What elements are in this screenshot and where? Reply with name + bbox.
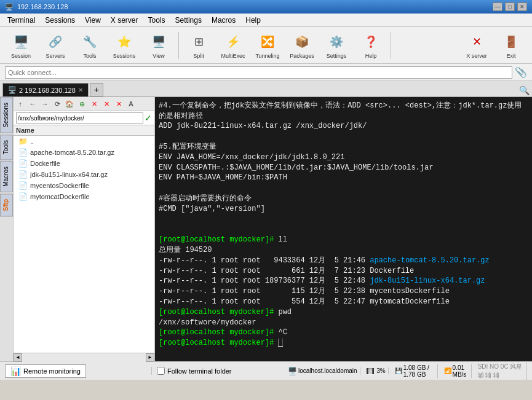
toolbar-help[interactable]: ❓ Help [355,29,387,61]
status-bar: 📊 Remote monitoring Follow terminal fold… [0,361,532,380]
sidebar-tab-macros[interactable]: Macros [0,161,13,192]
follow-folder-checkbox[interactable] [157,367,165,375]
sidebar-tab-sftp[interactable]: Sftp [0,194,13,216]
split-icon: ⊞ [189,32,208,52]
hscroll-track[interactable] [22,353,146,362]
hscroll-right[interactable]: ► [146,353,154,362]
view-icon: 🖥️ [149,32,169,52]
menu-settings[interactable]: Settings [170,15,207,26]
toolbar-sessions[interactable]: ⭐ Sessions [108,29,140,61]
fp-x2-btn[interactable]: ✕ [101,98,112,109]
path-bar: ✓ [14,111,154,125]
network-value: 0.01 MB/s [453,364,469,378]
status-left: 📊 Remote monitoring [5,364,146,378]
fp-back-btn[interactable]: ← [27,98,38,109]
toolbar-view[interactable]: 🖥️ View [143,29,175,61]
file-icon: 📄 [18,181,28,190]
menu-bar: Terminal Sessions View X server Tools Se… [0,14,532,27]
extra-label: SDI NO 0C 风星 辅 辅 辅 [478,363,524,380]
exit-icon: 🚪 [501,32,521,52]
host-label: localhost.localdomain [298,367,357,374]
cpu-bar: ▓ [367,368,375,374]
file-panel: ↑ ← → ⟳ 🏠 ⊕ ✕ ✕ ✕ A ✓ Name 📁 .. 📄 [14,97,155,361]
toolbar-tunneling[interactable]: 🔀 Tunneling [252,29,284,61]
remote-monitoring-button[interactable]: 📊 Remote monitoring [5,364,86,378]
tab-bar: 🖥️ 2 192.168.230.128 ✕ + 🔍 [0,81,532,97]
path-input[interactable] [16,112,143,124]
toolbar-settings[interactable]: ⚙️ Settings [320,29,352,61]
memory-value: 1.08 GB / 1.78 GB [403,364,435,378]
multiexec-icon: ⚡ [223,32,243,52]
toolbar-packages[interactable]: 📦 Packages [286,29,318,61]
col-name: Name [16,127,34,134]
fp-add-btn[interactable]: ⊕ [76,98,87,109]
toolbar-split[interactable]: ⊞ Split [183,29,215,61]
menu-terminal[interactable]: Terminal [2,15,40,26]
tab-close-button[interactable]: ✕ [78,87,83,93]
menu-sessions[interactable]: Sessions [40,15,80,26]
menu-view[interactable]: View [80,15,106,26]
memory-icon: 💾 [395,367,402,374]
menu-help[interactable]: Help [240,15,266,26]
xserver-icon: ✕ [467,32,486,52]
toolbar-tools[interactable]: 🔧 Tools [74,29,106,61]
title-bar-icon: 🖥️ [5,3,14,11]
file-icon: 📄 [18,192,28,201]
fp-up-btn[interactable]: ↑ [15,98,26,109]
fp-info-btn[interactable]: A [125,98,137,109]
follow-folder-label[interactable]: Follow terminal folder [167,367,232,375]
tab-session-1[interactable]: 🖥️ 2 192.168.230.128 ✕ [2,83,89,96]
attachment-icon[interactable]: 📎 [515,66,527,78]
sessions-icon: ⭐ [114,32,134,52]
list-item[interactable]: 📄 mycentosDockerfile [14,180,154,191]
title-bar-title: 192.168.230.128 [17,3,68,10]
close-button[interactable]: ✕ [517,2,527,11]
quick-connect-bar: 📎 [0,64,532,81]
file-panel-toolbar: ↑ ← → ⟳ 🏠 ⊕ ✕ ✕ ✕ A [14,97,154,111]
fp-refresh-btn[interactable]: ⟳ [52,98,63,109]
fp-del-btn[interactable]: ✕ [89,98,100,109]
toolbar-sep1 [178,32,179,59]
toolbar-servers[interactable]: 🔗 Servers [39,29,71,61]
monitor-label: Remote monitoring [23,367,81,375]
tab-label: 2 192.168.230.128 [19,87,76,94]
settings-icon: ⚙️ [327,32,346,52]
help-icon: ❓ [361,32,381,52]
tab-search-icon[interactable]: 🔍 [519,85,530,95]
maximize-button[interactable]: □ [505,2,515,11]
toolbar-sep2 [391,32,391,59]
toolbar-multiexec[interactable]: ⚡ MultiExec [217,29,249,61]
toolbar-exit[interactable]: 🚪 Exit [495,29,527,61]
sidebar-tab-tools[interactable]: Tools [0,135,13,160]
folder-icon: 📁 [18,137,28,146]
fp-home-btn[interactable]: 🏠 [64,98,75,109]
list-item[interactable]: 📄 mytomcatDockerfile [14,191,154,202]
menu-xserver[interactable]: X server [106,15,143,26]
fp-forward-btn[interactable]: → [39,98,50,109]
quick-connect-input[interactable] [5,66,512,79]
file-panel-hscroll: ◄ ► [14,353,154,361]
menu-tools[interactable]: Tools [143,15,170,26]
minimize-button[interactable]: — [493,2,502,11]
fp-x3-btn[interactable]: ✕ [113,98,124,109]
list-item[interactable]: 📄 Dockerfile [14,158,154,169]
menu-macros[interactable]: Macros [207,15,240,26]
list-item[interactable]: 📁 .. [14,136,154,147]
path-check-icon: ✓ [145,113,152,123]
status-host: 🖥️ localhost.localdomain [285,367,360,375]
file-icon: 📄 [18,148,28,157]
toolbar-xserver[interactable]: ✕ X server [461,29,493,61]
file-icon: 📄 [18,170,28,179]
tab-add-button[interactable]: + [90,83,103,96]
tools-icon: 🔧 [80,32,100,52]
list-item[interactable]: 📄 apache-tomcat-8.5.20.tar.gz [14,147,154,158]
title-bar: 🖥️ 192.168.230.128 — □ ✕ [0,0,532,14]
sidebar-tab-sessions[interactable]: Sessions [0,97,13,133]
status-network: 📶 0.01 MB/s [442,364,472,378]
hscroll-left[interactable]: ◄ [14,353,22,362]
toolbar-session[interactable]: 🖥️ Session [5,29,37,61]
list-item[interactable]: 📄 jdk-8u151-linux-x64.tar.gz [14,169,154,180]
terminal[interactable]: [root@localhost mydocker]# vi Dockerfile… [155,97,532,361]
status-extra: SDI NO 0C 风星 辅 辅 辅 [475,363,527,380]
tab-icon: 🖥️ [8,86,17,94]
